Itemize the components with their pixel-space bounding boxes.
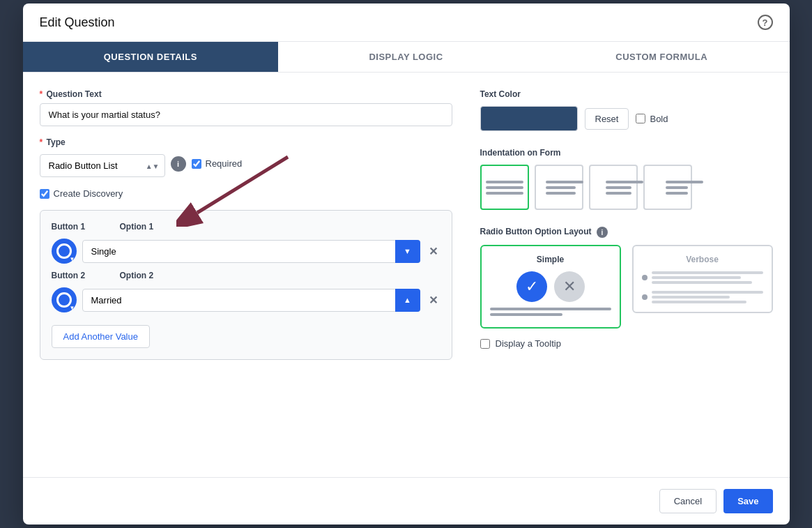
type-select[interactable]: Radio Button List xyxy=(40,154,165,177)
indent-line xyxy=(546,192,576,195)
option2-header: Option 2 xyxy=(120,271,441,280)
button1-color[interactable] xyxy=(52,239,77,264)
verbose-line xyxy=(652,276,741,279)
verbose-line xyxy=(652,271,763,274)
right-panel: Text Color Reset Bold Indentation on For… xyxy=(480,89,773,460)
verbose-line xyxy=(652,291,763,294)
type-label: * Type xyxy=(40,137,165,147)
check-circle-icon: ✓ xyxy=(516,271,547,302)
modal-title: Edit Question xyxy=(40,15,115,30)
verbose-line xyxy=(652,281,752,284)
simple-line-2 xyxy=(490,313,562,316)
text-color-section: Text Color Reset Bold xyxy=(480,89,773,131)
radio-layout-info-icon[interactable]: i xyxy=(597,227,608,238)
indent-line xyxy=(606,192,632,195)
option-row-2: ▲ ✕ xyxy=(52,287,441,312)
radio-layout-section: Radio Button Option Layout i Simple ✓ ✕ xyxy=(480,227,773,349)
text-color-swatch[interactable] xyxy=(480,106,578,131)
button1-color-inner xyxy=(56,243,72,259)
save-button[interactable]: Save xyxy=(723,489,772,513)
layout-verbose[interactable]: Verbose xyxy=(632,245,773,313)
indent-line xyxy=(486,181,523,183)
tooltip-label: Display a Tooltip xyxy=(496,338,561,349)
text-color-label: Text Color xyxy=(480,89,773,99)
layout-simple[interactable]: Simple ✓ ✕ xyxy=(480,245,621,329)
type-info-icon[interactable]: i xyxy=(171,156,186,172)
indent-option-4[interactable] xyxy=(643,165,692,210)
verbose-dot-1 xyxy=(642,275,648,280)
verbose-lines xyxy=(642,271,763,303)
color-row: Reset Bold xyxy=(480,106,773,131)
verbose-line-group-1 xyxy=(652,271,763,284)
bold-label[interactable]: Bold xyxy=(636,114,668,124)
modal-overlay: Edit Question ? QUESTION DETAILS DISPLAY… xyxy=(0,0,812,528)
options-header-row-2: Button 2 Option 2 xyxy=(52,271,441,280)
button2-color[interactable] xyxy=(52,287,77,312)
bold-checkbox[interactable] xyxy=(636,114,645,123)
required-checkbox[interactable] xyxy=(192,159,201,169)
edit-question-modal: Edit Question ? QUESTION DETAILS DISPLAY… xyxy=(23,3,790,525)
tooltip-checkbox[interactable] xyxy=(480,339,490,349)
indent-line xyxy=(546,186,576,189)
indent-line xyxy=(486,186,523,189)
type-select-wrapper: Radio Button List ▲▼ xyxy=(40,154,165,177)
left-panel: * Question Text * Type Radio xyxy=(40,89,452,460)
verbose-row-2 xyxy=(642,291,763,303)
required-star-2: * xyxy=(40,137,43,147)
required-star: * xyxy=(40,89,43,99)
add-value-button[interactable]: Add Another Value xyxy=(52,325,150,348)
radio-layout-options: Simple ✓ ✕ Verbose xyxy=(480,245,773,329)
tab-display-logic[interactable]: DISPLAY LOGIC xyxy=(278,42,534,72)
reset-button[interactable]: Reset xyxy=(585,108,629,130)
indent-line xyxy=(666,186,688,189)
create-discovery-checkbox[interactable] xyxy=(40,189,49,199)
indent-line xyxy=(546,181,583,183)
button2-color-inner xyxy=(56,292,72,308)
question-text-input[interactable] xyxy=(40,103,452,126)
options-container: Button 1 Option 1 ▼ ✕ xyxy=(40,210,452,360)
tab-question-details[interactable]: QUESTION DETAILS xyxy=(23,42,279,72)
simple-label: Simple xyxy=(490,255,611,264)
option2-input-wrapper: ▲ xyxy=(82,289,420,312)
option-header: Option 1 xyxy=(120,222,441,232)
question-text-field: * Question Text xyxy=(40,89,452,126)
option2-input[interactable] xyxy=(82,289,420,312)
indent-option-3[interactable] xyxy=(589,165,638,210)
button-header: Button 1 xyxy=(52,222,114,232)
question-text-label: * Question Text xyxy=(40,89,452,99)
verbose-row-1 xyxy=(642,271,763,284)
tooltip-row: Display a Tooltip xyxy=(480,338,773,349)
simple-line-1 xyxy=(490,308,611,310)
modal-footer: Cancel Save xyxy=(23,477,790,525)
tabs-bar: QUESTION DETAILS DISPLAY LOGIC CUSTOM FO… xyxy=(23,42,790,73)
option1-dropdown-btn[interactable]: ▼ xyxy=(395,240,420,263)
help-icon[interactable]: ? xyxy=(758,15,773,30)
indent-line xyxy=(606,186,632,189)
indent-line xyxy=(486,192,523,195)
verbose-line xyxy=(652,301,746,303)
create-discovery-row: Create Discovery xyxy=(40,188,452,199)
option1-input-wrapper: ▼ xyxy=(82,240,420,263)
modal-body: * Question Text * Type Radio xyxy=(23,73,790,477)
option2-dropdown-btn[interactable]: ▲ xyxy=(395,289,420,312)
option2-remove-btn[interactable]: ✕ xyxy=(426,291,441,310)
radio-layout-label: Radio Button Option Layout i xyxy=(480,227,773,238)
simple-icons: ✓ ✕ xyxy=(490,271,611,302)
type-row: * Type Radio Button List ▲▼ i xyxy=(40,137,452,177)
indent-option-2[interactable] xyxy=(535,165,583,210)
required-checkbox-label[interactable]: Required xyxy=(192,158,243,169)
tab-custom-formula[interactable]: CUSTOM FORMULA xyxy=(534,42,790,72)
button2-header: Button 2 xyxy=(52,271,114,280)
indent-line xyxy=(666,192,688,195)
option-row-1: ▼ ✕ xyxy=(52,239,441,264)
modal-header: Edit Question ? xyxy=(23,3,790,42)
indentation-label: Indentation on Form xyxy=(480,148,773,158)
cancel-button[interactable]: Cancel xyxy=(659,489,717,513)
verbose-line-group-2 xyxy=(652,291,763,303)
verbose-line xyxy=(652,296,730,299)
indent-line xyxy=(666,181,703,183)
option1-input[interactable] xyxy=(82,240,420,263)
option1-remove-btn[interactable]: ✕ xyxy=(426,242,441,261)
indent-line xyxy=(606,181,643,183)
indent-option-1[interactable] xyxy=(480,165,529,210)
